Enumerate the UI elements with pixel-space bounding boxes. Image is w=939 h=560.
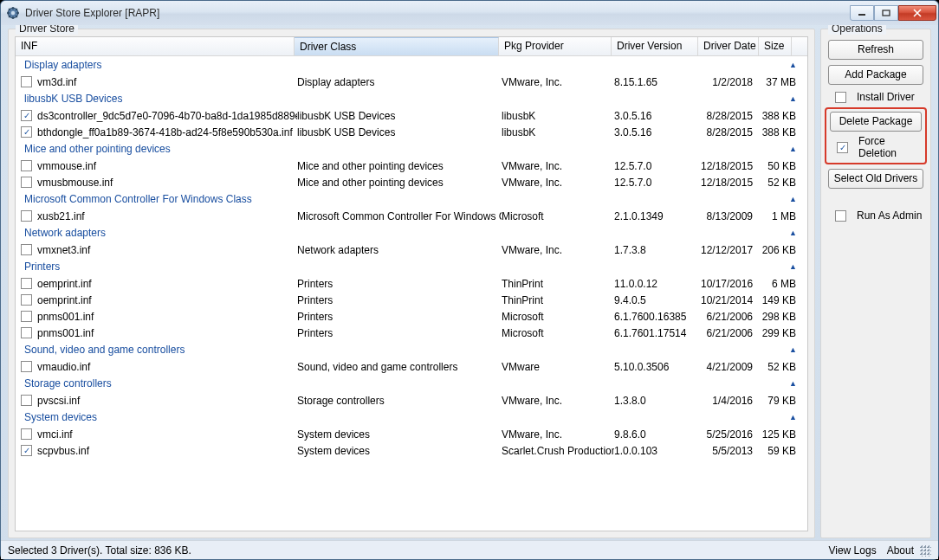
run-as-admin-checkbox[interactable]: Run As Admin	[833, 209, 923, 222]
cell-inf: pnms001.inf	[37, 311, 297, 323]
row-checkbox[interactable]	[21, 395, 32, 406]
cell-provider: Microsoft	[502, 327, 614, 339]
svg-rect-3	[883, 10, 890, 16]
add-package-button[interactable]: Add Package	[828, 65, 923, 85]
resize-grip-icon[interactable]	[919, 544, 931, 557]
chevron-up-icon: ▲	[789, 379, 802, 388]
group-header[interactable]: Storage controllers▲	[16, 375, 807, 392]
cell-provider: VMware	[502, 361, 614, 373]
delete-package-button[interactable]: Delete Package	[830, 112, 922, 132]
select-old-drivers-button[interactable]: Select Old Drivers	[828, 169, 923, 189]
row-checkbox[interactable]	[21, 294, 32, 306]
group-header[interactable]: Network adapters▲	[16, 224, 807, 241]
col-version[interactable]: Driver Version	[612, 37, 698, 55]
col-inf[interactable]: INF	[16, 37, 295, 55]
cell-class: libusbK USB Devices	[297, 126, 502, 138]
about-link[interactable]: About	[887, 544, 914, 557]
cell-date: 12/18/2015	[701, 177, 761, 189]
close-button[interactable]	[898, 5, 936, 21]
cell-size: 299 KB	[761, 327, 803, 339]
cell-size: 79 KB	[761, 395, 803, 407]
chevron-up-icon: ▲	[789, 262, 802, 271]
group-header[interactable]: Sound, video and game controllers▲	[16, 341, 807, 358]
driver-row[interactable]: ✓ds3controller_9dc5d7e0-7096-4b70-ba8d-1…	[16, 107, 807, 124]
row-checkbox[interactable]	[21, 278, 32, 289]
cell-date: 5/25/2016	[701, 428, 761, 441]
driver-row[interactable]: vmusbmouse.infMice and other pointing de…	[16, 174, 807, 190]
cell-version: 5.10.0.3506	[614, 361, 701, 373]
cell-size: 37 MB	[761, 76, 803, 88]
col-class[interactable]: Driver Class	[295, 37, 499, 55]
install-driver-label: Install Driver	[857, 91, 915, 103]
cell-class: Display adapters	[297, 76, 502, 88]
col-date[interactable]: Driver Date	[698, 37, 759, 55]
driver-list[interactable]: Display adapters▲vm3d.infDisplay adapter…	[16, 56, 807, 531]
row-checkbox[interactable]	[21, 428, 32, 440]
chevron-up-icon: ▲	[789, 229, 802, 237]
group-header[interactable]: Mice and other pointing devices▲	[16, 140, 807, 158]
driver-row[interactable]: pnms001.infPrintersMicrosoft6.1.7601.175…	[16, 325, 807, 341]
cell-version: 3.0.5.16	[614, 126, 701, 138]
cell-size: 50 KB	[761, 160, 803, 172]
row-checkbox[interactable]	[21, 327, 32, 338]
cell-version: 1.7.3.8	[614, 244, 701, 256]
chevron-up-icon: ▲	[789, 413, 802, 422]
install-driver-checkbox[interactable]: Install Driver	[833, 91, 923, 103]
refresh-button[interactable]: Refresh	[828, 40, 923, 60]
driver-row[interactable]: vmci.infSystem devicesVMware, Inc.9.8.6.…	[16, 426, 807, 442]
cell-size: 388 KB	[761, 126, 803, 138]
cell-provider: VMware, Inc.	[502, 76, 614, 88]
chevron-up-icon: ▲	[789, 145, 802, 153]
cell-date: 1/2/2018	[701, 76, 761, 88]
cell-version: 11.0.0.12	[614, 278, 701, 290]
row-checkbox[interactable]: ✓	[21, 126, 32, 138]
col-size[interactable]: Size	[759, 37, 792, 55]
cell-inf: vmusbmouse.inf	[37, 177, 297, 189]
group-header[interactable]: Microsoft Common Controller For Windows …	[16, 190, 807, 208]
cell-date: 1/4/2016	[701, 395, 761, 407]
row-checkbox[interactable]	[21, 76, 32, 87]
driver-row[interactable]: pnms001.infPrintersMicrosoft6.1.7600.163…	[16, 308, 807, 325]
force-deletion-checkbox[interactable]: ✓ Force Deletion	[835, 135, 922, 159]
row-checkbox[interactable]	[21, 244, 32, 255]
group-header[interactable]: Printers▲	[16, 258, 807, 275]
driver-row[interactable]: vmmouse.infMice and other pointing devic…	[16, 158, 807, 174]
driver-row[interactable]: vmxnet3.infNetwork adaptersVMware, Inc.1…	[16, 241, 807, 258]
cell-version: 6.1.7600.16385	[614, 311, 701, 323]
driver-row[interactable]: vmaudio.infSound, video and game control…	[16, 358, 807, 375]
cell-version: 2.1.0.1349	[614, 210, 701, 222]
row-checkbox[interactable]	[21, 311, 32, 322]
driver-row[interactable]: vm3d.infDisplay adaptersVMware, Inc.8.15…	[16, 74, 807, 90]
group-header[interactable]: System devices▲	[16, 409, 807, 426]
driver-row[interactable]: ✓scpvbus.infSystem devicesScarlet.Crush …	[16, 442, 807, 459]
group-header[interactable]: Display adapters▲	[16, 56, 807, 74]
row-checkbox[interactable]	[21, 160, 32, 171]
row-checkbox[interactable]: ✓	[21, 110, 32, 121]
group-header[interactable]: libusbK USB Devices▲	[16, 90, 807, 107]
cell-class: libusbK USB Devices	[297, 110, 502, 122]
row-checkbox[interactable]: ✓	[21, 445, 32, 456]
status-bar: Selected 3 Driver(s). Total size: 836 KB…	[1, 540, 938, 559]
cell-inf: vmaudio.inf	[37, 361, 297, 373]
cell-class: Network adapters	[297, 244, 502, 256]
row-checkbox[interactable]	[21, 177, 32, 188]
cell-date: 8/28/2015	[701, 126, 761, 138]
col-provider[interactable]: Pkg Provider	[499, 37, 612, 55]
title-bar[interactable]: Driver Store Explorer [RAPR]	[1, 1, 938, 25]
driver-row[interactable]: oemprint.infPrintersThinPrint9.4.0.510/2…	[16, 292, 807, 308]
driver-row[interactable]: pvscsi.infStorage controllersVMware, Inc…	[16, 392, 807, 409]
driver-row[interactable]: xusb21.infMicrosoft Common Controller Fo…	[16, 208, 807, 224]
cell-size: 388 KB	[761, 110, 803, 122]
row-checkbox[interactable]	[21, 361, 32, 372]
maximize-button[interactable]	[874, 5, 898, 21]
cell-provider: Microsoft	[502, 210, 614, 222]
cell-inf: oemprint.inf	[37, 278, 297, 290]
cell-size: 206 KB	[761, 244, 803, 256]
minimize-button[interactable]	[850, 5, 874, 21]
driver-row[interactable]: ✓bthdongle_ff0a1b89-3674-418b-ad24-5f8e5…	[16, 124, 807, 140]
cell-class: Printers	[297, 294, 502, 306]
view-logs-link[interactable]: View Logs	[828, 544, 876, 557]
row-checkbox[interactable]	[21, 210, 32, 222]
cell-class: Storage controllers	[297, 395, 502, 407]
driver-row[interactable]: oemprint.infPrintersThinPrint11.0.0.1210…	[16, 275, 807, 292]
